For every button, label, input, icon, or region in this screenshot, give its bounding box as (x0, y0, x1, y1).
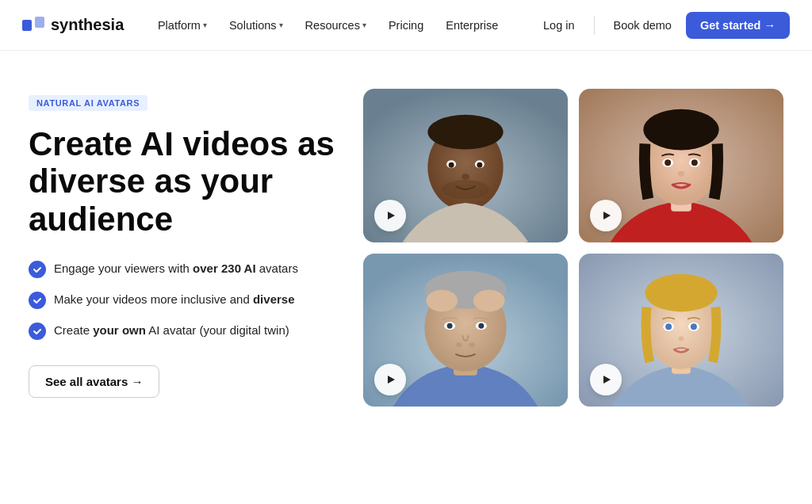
bullet-text-2: Make your videos more inclusive and dive… (54, 291, 295, 309)
logo-text: synthesia (51, 16, 124, 34)
bullet-text-1: Engage your viewers with over 230 AI ava… (54, 260, 298, 278)
bullet-item-1: Engage your viewers with over 230 AI ava… (29, 260, 338, 278)
svg-point-39 (665, 323, 672, 330)
play-button-2[interactable] (590, 200, 622, 231)
checkmark-icon-2 (29, 292, 46, 309)
checkmark-icon-3 (29, 323, 46, 340)
see-all-avatars-button[interactable]: See all avatars → (29, 365, 159, 398)
svg-point-8 (449, 162, 454, 168)
svg-point-29 (447, 323, 453, 328)
hero-section: NATURAL AI AVATARS Create AI videos as d… (0, 51, 812, 435)
hero-left: NATURAL AI AVATARS Create AI videos as d… (29, 89, 338, 398)
avatar-card-3 (363, 254, 568, 407)
svg-rect-1 (35, 17, 44, 28)
svg-point-42 (679, 336, 684, 341)
book-demo-button[interactable]: Book demo (603, 13, 683, 37)
avatar-grid (363, 89, 783, 407)
svg-point-27 (473, 289, 505, 311)
bullet-item-2: Make your videos more inclusive and dive… (29, 291, 338, 309)
svg-point-26 (426, 289, 458, 311)
nav-platform[interactable]: Platform ▾ (148, 14, 216, 36)
hero-right (363, 89, 783, 407)
svg-point-32 (456, 342, 462, 347)
avatar-card-1 (363, 89, 568, 242)
svg-point-10 (477, 162, 482, 168)
avatar-card-2 (579, 89, 783, 242)
svg-point-41 (691, 323, 697, 330)
platform-chevron-icon: ▾ (203, 21, 207, 29)
bullet-item-3: Create your own AI avatar (your digital … (29, 322, 338, 340)
navbar: synthesia Platform ▾ Solutions ▾ Resourc… (0, 0, 812, 51)
nav-right: Log in Book demo Get started → (532, 12, 790, 39)
nav-links: Platform ▾ Solutions ▾ Resources ▾ Prici… (148, 14, 508, 36)
nav-divider (594, 16, 595, 35)
svg-point-37 (645, 273, 717, 311)
logo[interactable]: synthesia (22, 16, 124, 34)
nav-pricing[interactable]: Pricing (379, 14, 433, 36)
login-button[interactable]: Log in (532, 13, 586, 37)
svg-point-16 (643, 109, 718, 151)
svg-point-18 (665, 159, 671, 166)
avatar-card-4 (579, 254, 783, 407)
bullet-list: Engage your viewers with over 230 AI ava… (29, 260, 338, 340)
nav-enterprise[interactable]: Enterprise (436, 14, 508, 36)
svg-point-20 (691, 159, 698, 166)
svg-point-21 (678, 171, 684, 177)
play-button-4[interactable] (590, 364, 622, 395)
synthesia-logo-icon (22, 17, 44, 34)
svg-point-11 (462, 174, 469, 180)
svg-point-31 (478, 323, 484, 328)
svg-point-33 (469, 342, 475, 347)
svg-rect-0 (22, 20, 32, 31)
nav-solutions[interactable]: Solutions ▾ (220, 14, 293, 36)
bullet-text-3: Create your own AI avatar (your digital … (54, 322, 289, 340)
resources-chevron-icon: ▾ (362, 21, 366, 29)
svg-point-12 (442, 180, 489, 199)
play-button-1[interactable] (374, 200, 406, 231)
svg-point-6 (427, 115, 503, 150)
solutions-chevron-icon: ▾ (279, 21, 283, 29)
hero-title: Create AI videos as diverse as your audi… (29, 125, 338, 238)
play-button-3[interactable] (374, 364, 406, 395)
checkmark-icon-1 (29, 261, 46, 278)
get-started-button[interactable]: Get started → (686, 12, 790, 39)
hero-badge: NATURAL AI AVATARS (29, 95, 147, 111)
nav-resources[interactable]: Resources ▾ (296, 14, 376, 36)
